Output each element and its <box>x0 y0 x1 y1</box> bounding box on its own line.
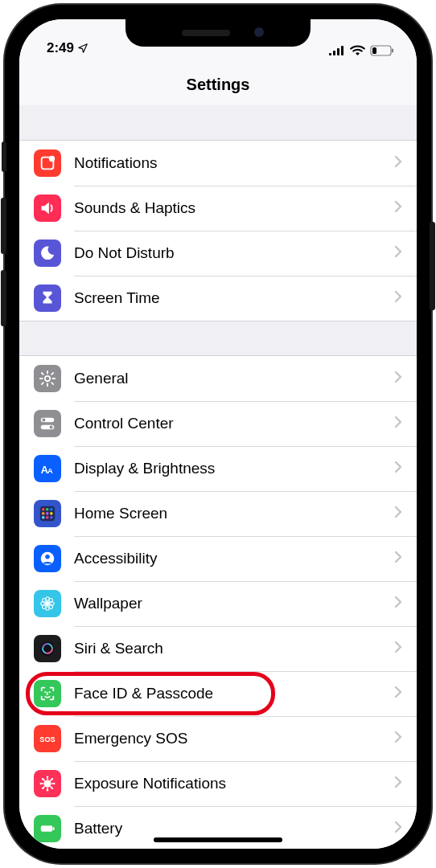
settings-row-sounds[interactable]: Sounds & Haptics <box>19 186 417 231</box>
faceid-icon <box>34 680 61 707</box>
svg-point-11 <box>42 418 45 421</box>
settings-row-exposure[interactable]: Exposure Notifications <box>19 761 417 806</box>
settings-row-label: General <box>74 370 394 387</box>
svg-point-28 <box>45 601 50 606</box>
chevron-right-icon <box>394 154 402 172</box>
page-title: Settings <box>19 58 417 105</box>
settings-row-sos[interactable]: SOSEmergency SOS <box>19 716 417 761</box>
battery-status-icon <box>370 45 394 56</box>
chevron-right-icon <box>394 775 402 792</box>
volume-up-button[interactable] <box>1 198 6 254</box>
mute-switch[interactable] <box>2 141 6 172</box>
svg-rect-20 <box>42 512 44 514</box>
svg-rect-1 <box>333 51 335 55</box>
svg-point-8 <box>49 156 55 162</box>
volume-down-button[interactable] <box>1 270 6 326</box>
svg-point-59 <box>42 788 43 789</box>
svg-rect-61 <box>41 825 53 831</box>
settings-group: NotificationsSounds & HapticsDo Not Dist… <box>19 141 417 321</box>
settings-row-general[interactable]: General <box>19 356 417 401</box>
svg-text:A: A <box>47 467 53 475</box>
settings-row-homescreen[interactable]: Home Screen <box>19 491 417 536</box>
text-size-icon: AA <box>34 455 61 482</box>
settings-list[interactable]: NotificationsSounds & HapticsDo Not Dist… <box>19 105 417 849</box>
svg-point-58 <box>51 788 53 789</box>
power-button[interactable] <box>430 222 435 310</box>
grid-icon <box>34 500 61 527</box>
svg-point-44 <box>43 780 51 787</box>
settings-row-label: Home Screen <box>74 505 394 522</box>
chevron-right-icon <box>394 460 402 477</box>
chevron-right-icon <box>394 640 402 657</box>
chevron-right-icon <box>394 370 402 387</box>
settings-row-label: Control Center <box>74 415 394 432</box>
svg-point-13 <box>50 426 53 429</box>
phone-frame: 2:49 <box>5 5 431 863</box>
svg-point-56 <box>53 783 55 784</box>
svg-rect-3 <box>341 46 343 55</box>
hourglass-icon <box>34 285 61 312</box>
settings-row-controlcenter[interactable]: Control Center <box>19 401 417 446</box>
svg-rect-25 <box>50 516 52 518</box>
settings-row-label: Exposure Notifications <box>74 775 394 792</box>
svg-rect-19 <box>50 508 52 510</box>
svg-rect-62 <box>53 827 55 830</box>
settings-group: GeneralControl CenterAADisplay & Brightn… <box>19 356 417 849</box>
svg-point-42 <box>49 691 51 693</box>
cellular-icon <box>329 46 345 56</box>
settings-row-label: Siri & Search <box>74 640 394 657</box>
settings-row-label: Notifications <box>74 154 394 172</box>
svg-point-9 <box>45 376 50 381</box>
settings-row-screentime[interactable]: Screen Time <box>19 276 417 321</box>
svg-point-27 <box>45 555 50 559</box>
svg-point-53 <box>47 776 48 778</box>
svg-point-33 <box>43 599 46 602</box>
svg-rect-22 <box>50 512 52 514</box>
notch <box>125 19 311 47</box>
settings-row-display[interactable]: AADisplay & Brightness <box>19 446 417 491</box>
svg-rect-5 <box>372 47 376 54</box>
svg-rect-6 <box>392 49 393 53</box>
notifications-icon <box>34 149 61 177</box>
settings-row-label: Screen Time <box>74 289 394 307</box>
status-time: 2:49 <box>47 40 74 56</box>
settings-row-battery[interactable]: Battery <box>19 806 417 849</box>
settings-row-label: Display & Brightness <box>74 460 394 477</box>
chevron-right-icon <box>394 244 402 262</box>
svg-point-54 <box>47 789 48 791</box>
chevron-right-icon <box>394 685 402 702</box>
speaker-icon <box>34 194 61 222</box>
group-separator <box>19 321 417 356</box>
chevron-right-icon <box>394 730 402 747</box>
sos-icon: SOS <box>34 725 61 752</box>
svg-rect-0 <box>329 53 331 55</box>
settings-row-label: Wallpaper <box>74 595 394 612</box>
status-right <box>329 45 394 56</box>
settings-row-label: Do Not Disturb <box>74 244 394 262</box>
settings-row-faceid[interactable]: Face ID & Passcode <box>19 671 417 716</box>
svg-point-60 <box>51 778 53 780</box>
svg-rect-17 <box>42 508 44 510</box>
svg-rect-18 <box>46 508 48 510</box>
svg-text:SOS: SOS <box>39 735 55 743</box>
settings-row-wallpaper[interactable]: Wallpaper <box>19 581 417 626</box>
svg-point-34 <box>49 599 52 602</box>
svg-point-41 <box>44 691 46 693</box>
chevron-right-icon <box>394 595 402 612</box>
settings-row-label: Emergency SOS <box>74 730 394 747</box>
svg-point-36 <box>49 605 52 608</box>
settings-row-dnd[interactable]: Do Not Disturb <box>19 231 417 276</box>
screen: 2:49 <box>19 19 417 849</box>
person-circle-icon <box>34 545 61 572</box>
settings-row-label: Sounds & Haptics <box>74 199 394 217</box>
chevron-right-icon <box>394 289 402 307</box>
home-indicator[interactable] <box>154 837 282 842</box>
settings-row-siri[interactable]: Siri & Search <box>19 626 417 671</box>
svg-point-35 <box>43 605 46 608</box>
svg-rect-24 <box>46 516 48 518</box>
chevron-right-icon <box>394 550 402 567</box>
status-left: 2:49 <box>47 40 88 56</box>
settings-row-accessibility[interactable]: Accessibility <box>19 536 417 581</box>
settings-row-notifications[interactable]: Notifications <box>19 141 417 186</box>
settings-row-label: Face ID & Passcode <box>74 685 394 702</box>
